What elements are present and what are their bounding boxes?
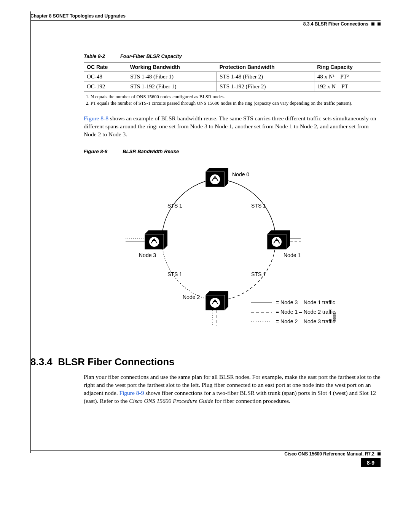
body-paragraph: Plan your fiber connections and use the … <box>84 373 381 405</box>
footnote: PT equals the number of STS-1 circuits p… <box>91 101 381 106</box>
node-label: Node 3 <box>139 252 156 258</box>
table-title: Four-Fiber BLSR Capacity <box>120 53 182 59</box>
table-header: OC Rate <box>84 62 127 72</box>
manual-title: Cisco ONS 15600 Reference Manual, R7.2 <box>284 451 374 457</box>
table-row: OC-192 STS 1-192 (Fiber 1) STS 1-192 (Fi… <box>84 82 381 92</box>
corner-marker-icon <box>371 22 374 26</box>
table-header: Protection Bandwidth <box>217 62 314 72</box>
running-header: Chapter 8 SONET Topologies and Upgrades <box>30 13 381 19</box>
figure-label: Figure 8-8 <box>84 149 107 154</box>
node-icon: Node 0 <box>206 168 249 187</box>
body-paragraph: Figure 8-8 shows an example of BLSR band… <box>84 115 381 139</box>
page: Chapter 8 SONET Topologies and Upgrades … <box>0 0 411 532</box>
figure-id: 96662 <box>333 312 336 322</box>
node-icon: Node 1 <box>267 230 301 258</box>
node-icon: Node 2 <box>183 291 228 310</box>
section-ref-row: 8.3.4 BLSR Fiber Connections <box>30 21 381 27</box>
capacity-table: OC Rate Working Bandwidth Protection Ban… <box>84 62 381 92</box>
corner-marker-icon <box>378 22 381 26</box>
figure-legend: = Node 3 – Node 1 traffic = Node 1 – Nod… <box>251 299 336 324</box>
span-label: STS 1 <box>251 203 266 209</box>
span-label: STS 1 <box>167 203 182 209</box>
blsr-ring-diagram: STS 1 STS 1 STS 1 STS 1 Node 0 <box>126 158 339 341</box>
section-heading: 8.3.4 BLSR Fiber Connections <box>30 356 381 368</box>
corner-marker-icon <box>378 452 381 455</box>
figure-title: BLSR Bandwidth Reuse <box>123 149 179 154</box>
legend-entry: = Node 2 – Node 3 traffic <box>276 318 335 324</box>
legend-entry: = Node 3 – Node 1 traffic <box>276 299 335 305</box>
table-footnotes: N equals the number of ONS 15600 nodes c… <box>84 94 381 106</box>
margin-rule <box>30 11 32 453</box>
span-label: STS 1 <box>167 271 182 277</box>
node-label: Node 2 <box>183 294 200 300</box>
figure-body: STS 1 STS 1 STS 1 STS 1 Node 0 <box>84 158 381 341</box>
legend-entry: = Node 1 – Node 2 traffic <box>276 309 335 315</box>
figure-caption: Figure 8-8 BLSR Bandwidth Reuse <box>84 149 381 154</box>
span-label: STS 1 <box>251 271 266 277</box>
doc-title-italic: Cisco ONS 15600 Procedure Guide <box>129 398 213 404</box>
node-label: Node 0 <box>232 171 249 177</box>
table-header: Ring Capacity <box>314 62 381 72</box>
section-number: 8.3.4 <box>30 356 53 367</box>
section-ref: 8.3.4 BLSR Fiber Connections <box>303 21 368 27</box>
section-title: BLSR Fiber Connections <box>58 356 174 367</box>
table-label: Table 8-2 <box>84 53 105 59</box>
figure-link[interactable]: Figure 8-9 <box>119 390 144 396</box>
page-footer: Cisco ONS 15600 Reference Manual, R7.2 8… <box>30 450 381 467</box>
footnote: N equals the number of ONS 15600 nodes c… <box>91 94 381 100</box>
table-header: Working Bandwidth <box>127 62 217 72</box>
table-caption: Table 8-2 Four-Fiber BLSR Capacity <box>84 53 381 59</box>
page-number: 8-9 <box>361 458 381 467</box>
node-label: Node 1 <box>284 252 301 258</box>
table-row: OC-48 STS 1-48 (Fiber 1) STS 1-48 (Fiber… <box>84 72 381 82</box>
figure-link[interactable]: Figure 8-8 <box>84 115 108 121</box>
chapter-title: Chapter 8 SONET Topologies and Upgrades <box>30 13 126 19</box>
node-icon: Node 3 <box>139 230 167 258</box>
